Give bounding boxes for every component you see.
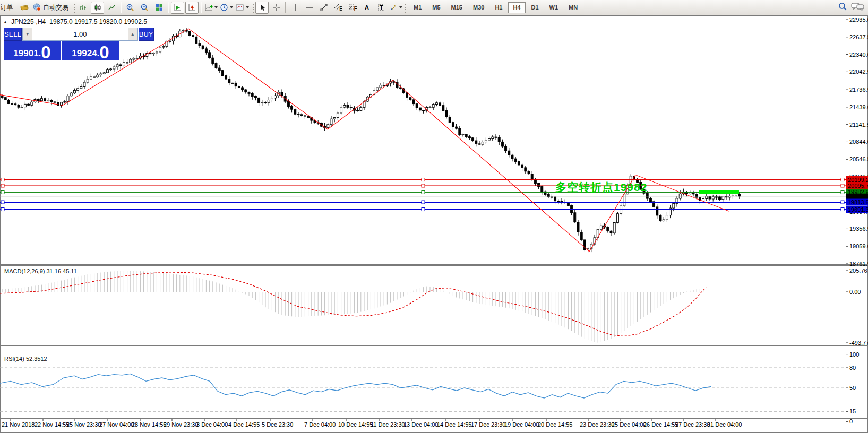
- toolbar: 订单 自动交易: [0, 0, 868, 15]
- cursor-button[interactable]: [255, 2, 269, 14]
- sell-price[interactable]: 19901 . 0: [4, 41, 61, 60]
- line-handle[interactable]: [422, 178, 425, 181]
- candle-body: [268, 100, 270, 102]
- volume-input[interactable]: [32, 28, 128, 40]
- timeframe-button-m15[interactable]: M15: [446, 2, 467, 13]
- candle-body: [706, 196, 708, 199]
- line-handle[interactable]: [1, 178, 4, 181]
- timeframe-button-mn[interactable]: MN: [564, 2, 582, 13]
- line-handle[interactable]: [1, 190, 4, 194]
- line-handle[interactable]: [422, 184, 425, 187]
- indicators-button[interactable]: [204, 2, 218, 14]
- arrows-dropdown-caret[interactable]: [399, 6, 402, 8]
- candle: [465, 134, 467, 138]
- chat-icon[interactable]: [851, 2, 865, 12]
- timeframe-button-m30[interactable]: M30: [468, 2, 489, 13]
- line-handle[interactable]: [841, 201, 844, 204]
- candle: [199, 40, 201, 48]
- auto-scroll-button[interactable]: [171, 2, 184, 14]
- vertical-line-button[interactable]: [288, 2, 302, 14]
- line-handle[interactable]: [841, 184, 844, 187]
- buy-button[interactable]: BUY: [139, 28, 154, 41]
- search-icon[interactable]: [838, 2, 848, 12]
- chart-shift-button[interactable]: [185, 2, 199, 14]
- bar-chart-button[interactable]: [76, 2, 90, 14]
- crosshair-button[interactable]: [270, 2, 283, 14]
- new-order-button[interactable]: 订单: [1, 2, 16, 14]
- candle: [472, 137, 474, 142]
- candle: [221, 70, 224, 76]
- candle: [429, 106, 431, 108]
- candle-body: [475, 141, 477, 144]
- auto-trading-button[interactable]: 自动交易: [32, 2, 71, 14]
- line-handle[interactable]: [841, 178, 844, 181]
- templates-dropdown-caret[interactable]: [246, 6, 249, 8]
- tile-windows-button[interactable]: [152, 2, 166, 14]
- svg-text:F: F: [354, 5, 357, 12]
- macd-indicator-label: MACD(12,26,9) 31.16 45.11: [4, 268, 77, 274]
- candle: [261, 100, 263, 106]
- toolbar-drag-handle[interactable]: [72, 2, 75, 13]
- candle: [126, 59, 128, 65]
- line-handle[interactable]: [841, 208, 844, 211]
- arrows-button[interactable]: [389, 2, 403, 14]
- candle-body: [649, 198, 651, 202]
- equidistant-channel-button[interactable]: E: [331, 2, 345, 14]
- volume-decrease-button[interactable]: ▼: [23, 28, 32, 40]
- text-button[interactable]: A: [360, 2, 373, 14]
- line-handle[interactable]: [1, 184, 4, 187]
- trendline-button[interactable]: [317, 2, 330, 14]
- candle: [47, 98, 49, 101]
- buy-price[interactable]: 19924 . 0: [62, 41, 119, 60]
- templates-button[interactable]: [235, 2, 250, 14]
- candle-body: [100, 74, 102, 75]
- candle-body: [225, 76, 227, 80]
- candle: [31, 100, 33, 106]
- sell-button[interactable]: SELL: [4, 28, 22, 41]
- timeframe-button-h4[interactable]: H4: [508, 2, 525, 13]
- sell-price-main: 19901: [13, 49, 38, 60]
- candle-body: [218, 68, 220, 71]
- history-icon[interactable]: [18, 2, 31, 14]
- fibonacci-button[interactable]: F: [346, 2, 359, 14]
- timeframe-button-w1[interactable]: W1: [545, 2, 563, 13]
- zoom-out-icon: [140, 3, 149, 12]
- candle-body: [103, 73, 105, 74]
- timeframe-button-m1[interactable]: M1: [409, 2, 426, 13]
- candle-body: [228, 79, 230, 83]
- candle-body: [169, 41, 171, 41]
- panel-collapse-icon[interactable]: ▲: [3, 20, 7, 24]
- periods-dropdown-caret[interactable]: [230, 6, 233, 8]
- horizontal-line-button[interactable]: [303, 2, 316, 14]
- line-handle[interactable]: [422, 190, 425, 194]
- candle: [67, 94, 69, 105]
- candle-body: [97, 75, 99, 77]
- line-handle[interactable]: [1, 201, 4, 204]
- candle: [119, 63, 122, 70]
- line-handle[interactable]: [841, 190, 844, 194]
- line-handle[interactable]: [422, 201, 425, 204]
- candle-body: [245, 90, 247, 92]
- volume-increase-button[interactable]: ▲: [128, 28, 137, 40]
- text-label-button[interactable]: T: [374, 2, 388, 14]
- line-chart-button[interactable]: [105, 2, 118, 14]
- highlight-level-bar[interactable]: [699, 190, 739, 194]
- toolbar-drag-handle[interactable]: [251, 2, 254, 13]
- indicators-dropdown-caret[interactable]: [214, 6, 218, 8]
- timeframe-button-h1[interactable]: H1: [490, 2, 507, 13]
- candle: [28, 103, 30, 106]
- time-axis-label: 23 Dec 23:30: [580, 421, 614, 428]
- candlestick-chart-button[interactable]: [91, 2, 104, 14]
- timeframe-button-m5[interactable]: M5: [427, 2, 445, 13]
- timeframe-button-d1[interactable]: D1: [527, 2, 544, 13]
- periods-button[interactable]: [219, 2, 234, 14]
- zoom-out-button[interactable]: [138, 2, 151, 14]
- line-handle[interactable]: [1, 208, 4, 211]
- line-handle[interactable]: [422, 208, 425, 211]
- time-axis-label: 14 Dec 14:55: [437, 421, 471, 428]
- time-axis-label: 27 Nov 04:00: [99, 421, 134, 428]
- zoom-in-button[interactable]: [124, 2, 137, 14]
- candle-body: [291, 107, 293, 110]
- chart-canvas[interactable]: 22935.022637.522340.022042.521736.521439…: [0, 0, 868, 433]
- toolbar-drag-handle[interactable]: [405, 2, 407, 13]
